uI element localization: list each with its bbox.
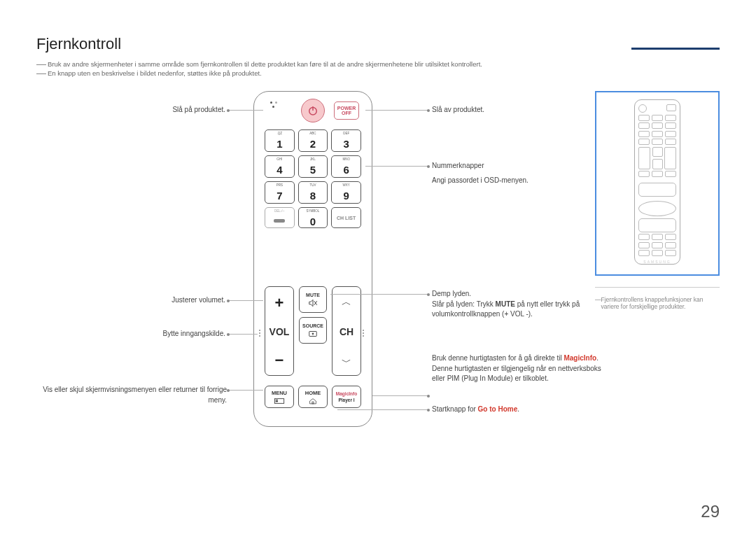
svg-rect-8 (312, 402, 314, 404)
chevron-up-icon: ︿ (332, 297, 360, 307)
note-1: ―Bruk av andre skjermenheter i samme omr… (36, 60, 720, 68)
callout-numbers: Nummerknapper Angi passordet i OSD-menye… (432, 161, 600, 185)
leader-line (372, 395, 428, 396)
grip-dots (259, 330, 263, 337)
key-4: GHI4 (265, 155, 295, 178)
source-icon (308, 330, 318, 338)
minus-icon: − (265, 353, 293, 368)
power-off-button: POWEROFF (334, 101, 359, 120)
callout-power-off: Slå av produktet. (432, 105, 600, 115)
key-5: JKL5 (298, 155, 328, 178)
header-rule (631, 48, 720, 50)
leader-line (337, 409, 428, 410)
remote-thumbnail-box: SAMSUNG (595, 91, 720, 276)
leader-line (228, 334, 258, 335)
brand-label: SAMSUNG (638, 260, 676, 264)
svg-rect-7 (276, 401, 278, 402)
page-title: Fjernkontroll (36, 35, 720, 53)
magicinfo-button: MagicInfo Player I (332, 386, 361, 408)
remote-thumbnail: SAMSUNG (634, 99, 680, 265)
number-keypad: .QZ1 ABC2 DEF3 GHI4 JKL5 MNO6 PRS7 TUV8 … (265, 129, 361, 228)
key-6: MNO6 (331, 155, 361, 178)
callout-menu: Vis eller skjul skjermvisningsmenyen ell… (36, 385, 227, 405)
channel-rocker: ︿ CH ﹀ (332, 286, 361, 376)
callout-volume: Justerer volumet. (36, 295, 225, 306)
key-chlist: CH LIST (331, 207, 361, 228)
key-1: .QZ1 (265, 129, 295, 152)
thumbnail-note: ―Fjernkontrollens knappefunksjoner kan v… (595, 296, 720, 310)
callout-magicinfo: Bruk denne hurtigtasten for å gå direkte… (432, 353, 614, 384)
note-2: ―En knapp uten en beskrivelse i bildet n… (36, 69, 720, 77)
ir-led (270, 101, 272, 104)
home-button: HOME (298, 386, 328, 408)
mute-button: MUTE (299, 286, 327, 313)
plus-icon: + (265, 295, 293, 311)
page-number: 29 (701, 502, 720, 521)
key-7: PRS7 (265, 181, 295, 204)
svg-rect-6 (276, 400, 278, 400)
key-8: TUV8 (298, 181, 328, 204)
mute-icon (308, 299, 318, 307)
leader-line (330, 294, 428, 295)
leader-line (365, 166, 428, 167)
remote-outline: POWEROFF .QZ1 ABC2 DEF3 GHI4 JKL5 MNO6 P… (253, 91, 372, 427)
grip-dots (363, 330, 367, 337)
menu-button: MENU (265, 386, 294, 408)
menu-icon (274, 398, 285, 405)
key-0: SYMBOL0 (298, 207, 328, 228)
home-icon (307, 398, 318, 405)
leader-line (228, 390, 263, 391)
ir-led (275, 101, 277, 104)
ir-led (272, 106, 274, 108)
leader-line (365, 110, 428, 111)
volume-rocker: + VOL − (265, 286, 294, 376)
key-3: DEF3 (331, 129, 361, 152)
callout-power-on: Slå på produktet. (36, 105, 225, 115)
callout-home: Startknapp for Go to Home. (432, 405, 614, 415)
power-icon (307, 104, 319, 117)
leader-line (228, 300, 263, 301)
power-on-button (301, 99, 325, 122)
chevron-down-icon: ﹀ (332, 357, 360, 367)
key-del: DEL-/-- (265, 207, 295, 228)
key-2: ABC2 (298, 129, 328, 152)
leader-line (228, 110, 263, 111)
callout-mute: Demp lyden. Slår på lyden: Trykk MUTE på… (432, 289, 607, 320)
callout-source: Bytte inngangskilde. (36, 329, 225, 339)
source-button: SOURCE (299, 317, 327, 344)
key-9: WXY9 (331, 181, 361, 204)
